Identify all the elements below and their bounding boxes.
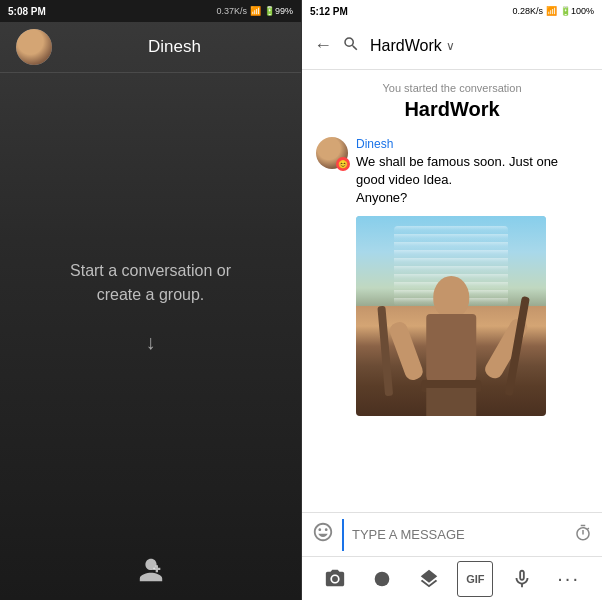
- header-title-left: Dinesh: [64, 37, 285, 57]
- message-image: [356, 216, 546, 416]
- avatar[interactable]: [16, 29, 52, 65]
- group-name-container[interactable]: HardWork ∨: [370, 37, 590, 55]
- start-conversation-text: Start a conversation or create a group.: [70, 259, 231, 307]
- time-right: 5:12 PM: [310, 6, 348, 17]
- message-content: Dinesh We shall be famous soon. Just one…: [356, 137, 588, 416]
- speed-right: 0.28K/s: [512, 6, 543, 16]
- chevron-down-icon: ∨: [446, 39, 455, 53]
- right-panel: 5:12 PM 0.28K/s 📶 🔋100% ← HardWork ∨ You…: [301, 0, 602, 600]
- add-person-icon[interactable]: [133, 552, 169, 588]
- emoji-button[interactable]: [312, 521, 334, 548]
- record-button[interactable]: [364, 561, 400, 597]
- signal-icon-right: 📶: [546, 6, 557, 16]
- conversation-title: HardWork: [316, 98, 588, 121]
- status-icons-left: 0.37K/s 📶 🔋99%: [216, 6, 293, 16]
- avatar-badge: 😊: [336, 157, 350, 171]
- timer-icon: [574, 524, 592, 546]
- person-figure: [389, 276, 513, 416]
- search-button[interactable]: [342, 35, 360, 57]
- status-icons-right: 0.28K/s 📶 🔋100%: [512, 6, 594, 16]
- battery-right: 🔋100%: [560, 6, 594, 16]
- gif-button[interactable]: GIF: [457, 561, 493, 597]
- message-row: 😊 Dinesh We shall be famous soon. Just o…: [316, 137, 588, 416]
- speed-left: 0.37K/s: [216, 6, 247, 16]
- right-header: ← HardWork ∨: [302, 22, 602, 70]
- left-content: Start a conversation or create a group. …: [0, 73, 301, 540]
- avatar-image: [16, 29, 52, 65]
- left-panel: 5:08 PM 0.37K/s 📶 🔋99% Dinesh Start a co…: [0, 0, 301, 600]
- conversation-start-label: You started the conversation: [316, 82, 588, 94]
- battery-left: 🔋99%: [264, 6, 293, 16]
- more-button[interactable]: ···: [551, 561, 587, 597]
- status-bar-left: 5:08 PM 0.37K/s 📶 🔋99%: [0, 0, 301, 22]
- left-header: Dinesh: [0, 22, 301, 72]
- camera-button[interactable]: [317, 561, 353, 597]
- status-bar-right: 5:12 PM 0.28K/s 📶 🔋100%: [302, 0, 602, 22]
- layers-button[interactable]: [411, 561, 447, 597]
- down-arrow-icon: ↓: [146, 331, 156, 354]
- bottom-bar: GIF ···: [302, 556, 602, 600]
- message-sender: Dinesh: [356, 137, 588, 151]
- weapon-left: [377, 305, 393, 395]
- left-bottom: [0, 540, 301, 600]
- person-legs: [426, 388, 476, 416]
- person-arm-left: [387, 319, 424, 382]
- person-head: [433, 276, 469, 318]
- sender-avatar: 😊: [316, 137, 348, 169]
- signal-icon-left: 📶: [250, 6, 261, 16]
- message-input[interactable]: [342, 519, 566, 551]
- message-text: We shall be famous soon. Just one good v…: [356, 153, 588, 208]
- mic-button[interactable]: [504, 561, 540, 597]
- input-area: [302, 512, 602, 556]
- warrior-background: [356, 216, 546, 416]
- svg-point-0: [375, 571, 390, 586]
- person-torso: [426, 314, 476, 384]
- message-block: 😊 Dinesh We shall be famous soon. Just o…: [316, 137, 588, 416]
- group-name: HardWork: [370, 37, 442, 55]
- back-button[interactable]: ←: [314, 35, 332, 56]
- right-body: You started the conversation HardWork 😊 …: [302, 70, 602, 512]
- time-left: 5:08 PM: [8, 6, 46, 17]
